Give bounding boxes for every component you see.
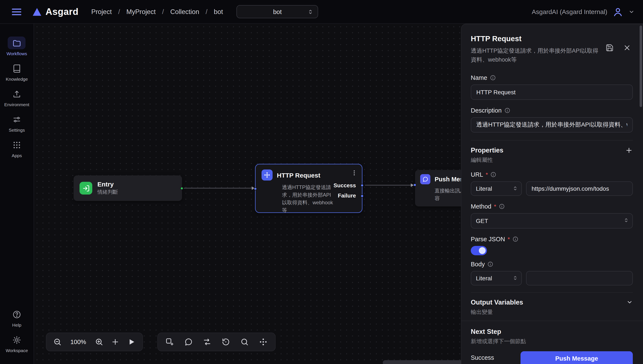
save-icon[interactable] <box>605 44 614 52</box>
method-select[interactable]: GET <box>471 213 633 228</box>
sidebar-item-apps[interactable]: Apps <box>8 138 26 158</box>
search-icon[interactable] <box>240 338 249 346</box>
output-variables-subtitle: 輸出變量 <box>471 308 633 316</box>
help-icon <box>12 310 21 319</box>
body-label: Body <box>471 261 485 268</box>
next-step-success-label: Success <box>471 354 494 361</box>
node-title: Entry <box>97 180 118 188</box>
body-mode-value: Literal <box>476 275 492 282</box>
http-node-icon <box>262 170 273 180</box>
upload-icon <box>12 90 21 98</box>
left-sidebar: Workflows Knowledge Environment Settings… <box>0 24 34 364</box>
auto-layout-icon[interactable] <box>222 338 230 346</box>
info-icon[interactable] <box>491 172 497 178</box>
url-label: URL <box>471 171 483 178</box>
sidebar-item-knowledge[interactable]: Knowledge <box>6 62 28 82</box>
properties-title: Properties <box>471 146 503 154</box>
sidebar-item-settings[interactable]: Settings <box>8 113 26 132</box>
node-subtitle: 情緒判斷 <box>97 188 118 196</box>
push-message-button[interactable]: Push Message <box>521 351 633 364</box>
sidebar-label: Workspace <box>6 348 28 353</box>
breadcrumb-separator: / <box>162 8 164 16</box>
workflows-icon <box>12 38 21 47</box>
zoom-in-icon[interactable] <box>95 338 103 346</box>
run-icon[interactable] <box>127 338 136 346</box>
description-input[interactable] <box>471 117 633 132</box>
sidebar-item-workspace[interactable]: Workspace <box>6 334 28 353</box>
sidebar-label: Help <box>12 322 21 328</box>
info-icon[interactable] <box>487 261 493 267</box>
url-mode-select[interactable]: Literal <box>471 181 522 196</box>
properties-subtitle: 編輯屬性 <box>471 156 633 164</box>
breadcrumb-separator: / <box>118 8 120 16</box>
push-message-icon <box>420 174 430 184</box>
node-entry[interactable]: Entry 情緒判斷 <box>74 176 182 201</box>
method-value: GET <box>476 218 488 224</box>
node-menu-icon[interactable] <box>351 170 358 176</box>
http-success-handle[interactable] <box>361 184 364 187</box>
url-input[interactable] <box>526 181 633 196</box>
chevron-down-icon[interactable] <box>628 9 634 15</box>
output-variables-title: Output Variables <box>471 298 523 306</box>
required-marker: * <box>486 171 488 178</box>
add-icon[interactable] <box>111 338 119 346</box>
sidebar-item-workflows[interactable]: Workflows <box>7 36 27 56</box>
node-http-request[interactable]: HTTP Request 透過HTTP協定發送請求，用於串接外部API以取得資料… <box>255 164 362 213</box>
vertical-scrollbar[interactable] <box>639 26 642 107</box>
edge-http-to-push[interactable] <box>365 185 411 186</box>
close-icon[interactable] <box>623 44 631 52</box>
account-label: AsgardAI (Asgard Internal) <box>532 8 607 15</box>
parse-json-toggle[interactable] <box>471 246 487 255</box>
entry-output-handle[interactable] <box>180 187 183 190</box>
info-icon[interactable] <box>512 236 518 242</box>
add-property-icon[interactable] <box>625 146 633 154</box>
sliders-icon <box>12 115 21 124</box>
gear-icon <box>12 335 21 344</box>
fit-view-icon[interactable] <box>259 338 268 346</box>
push-input-handle[interactable] <box>413 184 416 186</box>
node-properties-panel: HTTP Request 透過HTTP協定發送請求，用於串接外部API以取得資料… <box>461 24 643 364</box>
sidebar-label: Workflows <box>7 51 27 56</box>
select-updown-icon <box>512 275 518 281</box>
breadcrumb-bot[interactable]: bot <box>214 8 223 16</box>
chevron-down-icon[interactable] <box>626 299 633 306</box>
app-window: Asgard Project / MyProject / Collection … <box>0 0 643 364</box>
http-failure-handle[interactable] <box>361 194 364 198</box>
zoom-out-icon[interactable] <box>53 338 62 346</box>
output-label-failure: Failure <box>338 192 356 199</box>
info-icon[interactable] <box>504 108 510 114</box>
info-icon[interactable] <box>490 75 496 81</box>
breadcrumb-collection[interactable]: Collection <box>170 8 199 16</box>
grid-dots-icon <box>12 140 21 149</box>
required-marker: * <box>494 203 496 210</box>
comment-icon[interactable] <box>184 338 193 346</box>
breadcrumb-project[interactable]: Project <box>91 8 112 16</box>
name-input[interactable] <box>471 84 633 100</box>
sidebar-label: Knowledge <box>6 76 28 82</box>
select-updown-icon <box>623 218 629 223</box>
breadcrumb-myproject[interactable]: MyProject <box>126 8 156 16</box>
description-label: Description <box>471 107 502 114</box>
logo-triangle-icon <box>32 8 42 16</box>
entry-icon <box>80 182 92 194</box>
sidebar-item-help[interactable]: Help <box>8 308 26 328</box>
tools-toolbar <box>157 332 276 351</box>
user-avatar-icon[interactable] <box>613 6 623 17</box>
edge-entry-to-http[interactable] <box>184 188 252 188</box>
menu-icon[interactable] <box>11 6 22 17</box>
add-node-icon[interactable] <box>165 338 174 346</box>
account-menu[interactable]: AsgardAI (Asgard Internal) <box>532 6 634 17</box>
divider <box>471 292 633 293</box>
body-mode-select[interactable]: Literal <box>471 271 522 286</box>
workflow-select[interactable]: bot <box>237 5 318 18</box>
swap-connections-icon[interactable] <box>203 338 211 346</box>
info-icon[interactable] <box>499 204 505 210</box>
app-logo[interactable]: Asgard <box>32 6 78 17</box>
body-input[interactable] <box>526 271 633 286</box>
app-name: Asgard <box>46 6 78 17</box>
required-marker: * <box>508 236 510 242</box>
http-input-handle[interactable] <box>254 187 257 190</box>
panel-subtitle: 透過HTTP協定發送請求，用於串接外部API以取得資料、webhook等 <box>471 47 599 64</box>
sidebar-item-environment[interactable]: Environment <box>4 88 29 107</box>
breadcrumb: Project / MyProject / Collection / bot <box>91 8 223 16</box>
